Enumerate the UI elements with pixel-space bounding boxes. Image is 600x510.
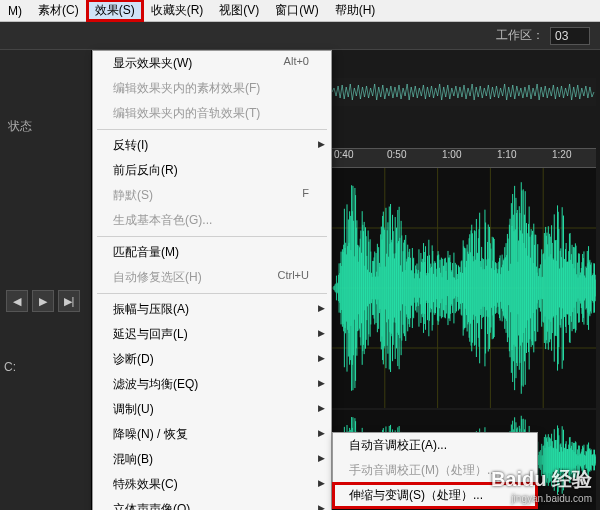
effects-menu-item[interactable]: 反转(I)▶ [93, 133, 331, 158]
svg-rect-408 [595, 275, 596, 301]
top-toolbar: 工作区： 03 [0, 22, 600, 50]
effects-menu-item[interactable]: 匹配音量(M) [93, 240, 331, 265]
menu-separator [97, 293, 327, 294]
menu-item[interactable]: M) [0, 2, 30, 20]
menu-shortcut: Ctrl+U [278, 269, 309, 281]
transport-buttons: ◀ ▶ ▶| [6, 290, 80, 312]
effects-menu-item: 自动修复选区(H)Ctrl+U [93, 265, 331, 290]
ruler-tick: 1:20 [552, 149, 571, 160]
effects-menu-item[interactable]: 显示效果夹(W)Alt+0 [93, 51, 331, 76]
overview-waveform[interactable] [332, 78, 596, 106]
effects-menu-item[interactable]: 特殊效果(C)▶ [93, 472, 331, 497]
menu-shortcut: Alt+0 [284, 55, 309, 67]
effects-menu-item[interactable]: 混响(B)▶ [93, 447, 331, 472]
watermark: Baidu 经验 jingyan.baidu.com [491, 466, 592, 504]
menu-item-window[interactable]: 窗口(W) [267, 0, 326, 21]
menubar: M) 素材(C) 效果(S) 收藏夹(R) 视图(V) 窗口(W) 帮助(H) [0, 0, 600, 22]
submenu-arrow-icon: ▶ [318, 353, 325, 363]
workzone-label: 工作区： [496, 27, 544, 44]
watermark-url: jingyan.baidu.com [491, 493, 592, 504]
svg-rect-809 [595, 454, 596, 465]
submenu-arrow-icon: ▶ [318, 453, 325, 463]
submenu-arrow-icon: ▶ [318, 378, 325, 388]
submenu-arrow-icon: ▶ [318, 139, 325, 149]
effects-dropdown-menu: 显示效果夹(W)Alt+0编辑效果夹内的素材效果(F)编辑效果夹内的音轨效果(T… [92, 50, 332, 510]
menu-item-view[interactable]: 视图(V) [211, 0, 267, 21]
ruler-tick: 0:40 [334, 149, 353, 160]
ruler-tick: 0:50 [387, 149, 406, 160]
main-waveform[interactable] [332, 168, 596, 408]
menu-separator [97, 236, 327, 237]
menu-item-material[interactable]: 素材(C) [30, 0, 87, 21]
menu-item-effects[interactable]: 效果(S) [87, 0, 143, 21]
effects-menu-item[interactable]: 振幅与压限(A)▶ [93, 297, 331, 322]
ruler-tick: 1:00 [442, 149, 461, 160]
effects-menu-item[interactable]: 延迟与回声(L)▶ [93, 322, 331, 347]
effects-menu-item[interactable]: 诊断(D)▶ [93, 347, 331, 372]
effects-menu-item[interactable]: 降噪(N) / 恢复▶ [93, 422, 331, 447]
status-label: 状态 [8, 118, 32, 135]
menu-item-help[interactable]: 帮助(H) [327, 0, 384, 21]
workzone-select[interactable]: 03 [550, 27, 590, 45]
time-ruler[interactable]: 0:40 0:50 1:00 1:10 1:20 [332, 148, 596, 168]
effects-menu-item: 静默(S)F [93, 183, 331, 208]
submenu-arrow-icon: ▶ [318, 403, 325, 413]
menu-item-favorites[interactable]: 收藏夹(R) [143, 0, 212, 21]
left-panel: 状态 ◀ ▶ ▶| C: [0, 50, 92, 510]
effects-menu-item: 编辑效果夹内的音轨效果(T) [93, 101, 331, 126]
ruler-tick: 1:10 [497, 149, 516, 160]
next-button[interactable]: ▶| [58, 290, 80, 312]
submenu-arrow-icon: ▶ [318, 503, 325, 510]
path-label: C: [0, 360, 16, 374]
menu-shortcut: F [302, 187, 309, 199]
prev-button[interactable]: ◀ [6, 290, 28, 312]
watermark-text: Baidu 经验 [491, 466, 592, 493]
effects-menu-item[interactable]: 立体声声像(O)▶ [93, 497, 331, 510]
submenu-item[interactable]: 自动音调校正(A)... [333, 433, 537, 458]
submenu-arrow-icon: ▶ [318, 478, 325, 488]
submenu-arrow-icon: ▶ [318, 328, 325, 338]
play-button[interactable]: ▶ [32, 290, 54, 312]
submenu-arrow-icon: ▶ [318, 428, 325, 438]
effects-menu-item[interactable]: 调制(U)▶ [93, 397, 331, 422]
submenu-arrow-icon: ▶ [318, 303, 325, 313]
effects-menu-item: 生成基本音色(G)... [93, 208, 331, 233]
effects-menu-item[interactable]: 滤波与均衡(EQ)▶ [93, 372, 331, 397]
menu-separator [97, 129, 327, 130]
effects-menu-item: 编辑效果夹内的素材效果(F) [93, 76, 331, 101]
effects-menu-item[interactable]: 前后反向(R) [93, 158, 331, 183]
